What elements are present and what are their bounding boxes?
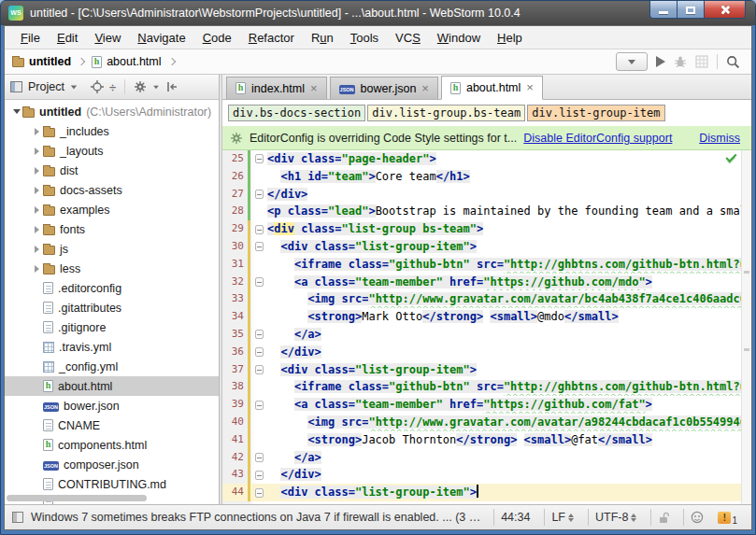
menu-refactor[interactable]: Refactor — [240, 28, 303, 48]
tab-bower.json[interactable]: bower.json× — [330, 77, 438, 100]
code-line-35[interactable]: 35</a> — [222, 326, 751, 344]
code-line-38[interactable]: 38<iframe class="github-btn" src="http:/… — [222, 378, 751, 396]
run-button[interactable] — [656, 56, 665, 67]
fold-end-icon[interactable] — [255, 453, 264, 462]
tree-item-dist[interactable]: dist — [5, 161, 219, 180]
code-line-37[interactable]: 37<div class="list-group-item"> — [222, 361, 751, 379]
nav-crumb-project[interactable]: untitled — [12, 55, 71, 68]
inspection-profile-widget[interactable] — [683, 509, 710, 526]
menu-edit[interactable]: Edit — [49, 28, 86, 48]
tree-item-CONTRIBUTING.md[interactable]: CONTRIBUTING.md — [5, 474, 219, 494]
tree-item-CNAME[interactable]: CNAME — [5, 415, 219, 435]
tree-item-components.html[interactable]: components.html — [5, 435, 219, 455]
fold-start-icon[interactable] — [255, 365, 264, 374]
breadcrumb-tag[interactable]: div.list-group-item — [527, 105, 664, 121]
code-editor[interactable]: 25<div class="page-header">26<h1 id="tea… — [222, 150, 751, 504]
fold-toggle[interactable] — [250, 150, 267, 168]
tab-close-icon[interactable]: × — [310, 84, 318, 93]
tree-closed-arrow-icon[interactable] — [31, 148, 43, 155]
code-line-34[interactable]: 34<strong>Mark Otto</strong> <small>@mdo… — [222, 308, 751, 326]
fold-toggle[interactable] — [250, 466, 267, 484]
fold-toggle[interactable] — [250, 238, 267, 256]
locate-file-button[interactable] — [91, 80, 104, 93]
nav-crumb-file[interactable]: about.html — [92, 55, 161, 68]
fold-end-icon[interactable] — [255, 330, 264, 339]
tree-item-untitled[interactable]: untitled(C:\Users\Administrator) — [5, 102, 219, 121]
code-line-42[interactable]: 42</a> — [222, 449, 751, 467]
close-button[interactable] — [705, 1, 745, 19]
settings-button[interactable] — [134, 80, 147, 93]
encoding-widget[interactable]: UTF-8 — [588, 509, 643, 526]
coverage-button[interactable] — [695, 55, 708, 68]
tab-close-icon[interactable]: × — [421, 84, 429, 93]
line-ending-widget[interactable]: LF — [544, 509, 580, 526]
code-line-43[interactable]: 43</div> — [222, 466, 751, 484]
fold-start-icon[interactable] — [255, 242, 264, 251]
toolwindow-toggle-icon[interactable] — [12, 512, 23, 523]
tree-item-fonts[interactable]: fonts — [5, 219, 219, 239]
menu-code[interactable]: Code — [194, 28, 240, 48]
tree-closed-arrow-icon[interactable] — [31, 246, 43, 253]
tab-close-icon[interactable]: × — [526, 83, 534, 92]
code-line-25[interactable]: 25<div class="page-header"> — [222, 150, 751, 168]
fold-toggle[interactable] — [250, 396, 267, 414]
project-horizontal-scrollbar[interactable] — [7, 495, 217, 502]
readonly-lock-widget[interactable] — [650, 509, 676, 526]
menu-help[interactable]: Help — [489, 28, 531, 48]
fold-start-icon[interactable] — [255, 277, 264, 287]
dismiss-link[interactable]: Dismiss — [699, 132, 740, 145]
tree-closed-arrow-icon[interactable] — [31, 167, 43, 175]
code-line-26[interactable]: 26<h1 id="team">Core team</h1> — [222, 168, 751, 186]
code-line-33[interactable]: 33<img src="http://www.gravatar.com/avat… — [222, 290, 751, 308]
editor-scrollbar[interactable] — [741, 150, 751, 504]
tree-item-examples[interactable]: examples — [5, 200, 219, 219]
tree-item-composer.json[interactable]: composer.json — [5, 455, 219, 474]
tree-open-arrow-icon[interactable] — [10, 109, 22, 114]
fold-toggle[interactable] — [250, 344, 267, 361]
fold-toggle[interactable] — [250, 361, 267, 379]
fold-end-icon[interactable] — [255, 190, 264, 199]
hide-panel-button[interactable] — [165, 80, 178, 93]
menu-view[interactable]: View — [86, 28, 129, 48]
tree-item-bower.json[interactable]: bower.json — [5, 396, 219, 415]
tree-closed-arrow-icon[interactable] — [31, 206, 43, 214]
fold-start-icon[interactable] — [255, 488, 264, 498]
maximize-button[interactable] — [678, 1, 705, 19]
fold-start-icon[interactable] — [255, 401, 264, 410]
fold-toggle[interactable] — [250, 449, 267, 467]
minimize-button[interactable] — [650, 1, 678, 19]
code-line-27[interactable]: 27</div> — [222, 186, 751, 204]
tree-closed-arrow-icon[interactable] — [31, 187, 43, 194]
caret-position-widget[interactable]: 44:34 — [493, 509, 536, 526]
code-line-36[interactable]: 36</div> — [222, 344, 751, 361]
menu-vcs[interactable]: VCS — [387, 28, 429, 48]
fold-end-icon[interactable] — [255, 347, 264, 357]
tree-item-.gitignore[interactable]: .gitignore — [5, 317, 219, 337]
fold-end-icon[interactable] — [255, 471, 264, 480]
tab-about.html[interactable]: about.html× — [441, 76, 543, 100]
tree-item-_config.yml[interactable]: _config.yml — [5, 357, 219, 376]
code-line-28[interactable]: 28<p class="lead">Bootstrap is maintaine… — [222, 203, 751, 220]
fold-toggle[interactable] — [250, 274, 267, 291]
tree-item-_includes[interactable]: _includes — [5, 121, 219, 141]
code-line-44[interactable]: 44<div class="list-group-item"> — [222, 484, 751, 501]
run-configuration-select[interactable] — [616, 52, 648, 71]
tree-closed-arrow-icon[interactable] — [31, 226, 43, 233]
title-bar[interactable]: WS untitled - [C:\Users\Administrator\We… — [1, 1, 755, 25]
code-line-39[interactable]: 39<a class="team-member" href="https://g… — [222, 396, 751, 414]
fold-toggle[interactable] — [250, 186, 267, 204]
disable-editorconfig-link[interactable]: Disable EditorConfig support — [523, 132, 672, 145]
code-line-29[interactable]: 29<div class="list-group bs-team"> — [222, 220, 751, 238]
fold-start-icon[interactable] — [255, 225, 264, 234]
tree-item-docs-assets[interactable]: docs-assets — [5, 180, 219, 200]
project-panel-title[interactable]: Project — [28, 80, 64, 93]
code-line-32[interactable]: 32<a class="team-member" href="https://g… — [222, 274, 751, 291]
fold-toggle[interactable] — [250, 220, 267, 238]
search-everywhere-button[interactable] — [726, 55, 740, 69]
code-line-31[interactable]: 31<iframe class="github-btn" src="http:/… — [222, 256, 751, 274]
menu-run[interactable]: Run — [303, 28, 342, 48]
menu-file[interactable]: File — [12, 28, 49, 48]
collapse-all-button[interactable]: ÷ — [109, 80, 116, 94]
tree-item-.gitattributes[interactable]: .gitattributes — [5, 298, 219, 317]
menu-window[interactable]: Window — [429, 28, 489, 48]
